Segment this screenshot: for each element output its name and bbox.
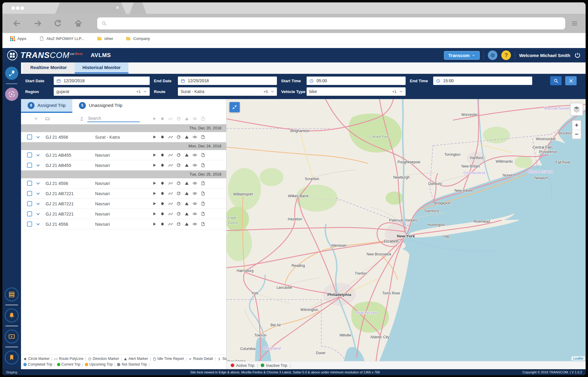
bookmark-item[interactable]: other xyxy=(97,36,113,41)
polyline-icon[interactable] xyxy=(168,135,173,139)
polyline-icon[interactable] xyxy=(168,153,173,157)
polyline-icon[interactable] xyxy=(168,163,173,167)
circle-icon[interactable] xyxy=(160,135,165,139)
sidebar-item-reports[interactable] xyxy=(5,288,19,301)
eye-icon[interactable] xyxy=(193,222,197,226)
alert-icon[interactable] xyxy=(184,201,189,206)
play-icon[interactable] xyxy=(152,201,157,206)
trip-checkbox[interactable] xyxy=(27,163,32,168)
chevron-icon[interactable] xyxy=(36,222,40,227)
start-time-field[interactable]: 05:00 xyxy=(307,77,406,85)
alert-icon[interactable] xyxy=(184,181,189,185)
browser-menu-icon[interactable] xyxy=(571,20,578,27)
new-tab-button[interactable] xyxy=(130,2,146,14)
eye-icon[interactable] xyxy=(193,181,197,185)
trip-row[interactable]: GJ 21 4556Navsari xyxy=(21,178,226,188)
browser-tab[interactable]: × xyxy=(55,2,126,14)
trip-row[interactable]: GJ 21 4556Surat - Katra xyxy=(21,132,226,142)
circle-icon[interactable] xyxy=(160,191,165,196)
alert-icon[interactable] xyxy=(184,163,189,167)
doc-icon[interactable] xyxy=(201,135,205,139)
end-date-field[interactable]: 12/25/2018 xyxy=(178,77,277,85)
window-close-dot[interactable] xyxy=(11,6,15,10)
trip-checkbox[interactable] xyxy=(27,181,32,186)
tab-close-icon[interactable]: × xyxy=(116,5,119,11)
sidebar-item-alerts[interactable] xyxy=(5,309,19,322)
chevron-icon[interactable] xyxy=(36,153,40,158)
bookmark-item[interactable]: Company xyxy=(126,36,150,41)
forward-icon[interactable] xyxy=(33,19,42,28)
trip-search-field[interactable] xyxy=(87,115,140,122)
sidebar-item-bookmarks[interactable] xyxy=(5,351,19,364)
polyline-icon[interactable] xyxy=(168,116,173,121)
doc-icon[interactable] xyxy=(201,191,205,196)
trip-row[interactable]: GJ 21 AB455Navsari xyxy=(21,160,226,170)
trip-checkbox[interactable] xyxy=(27,201,32,206)
eye-icon[interactable] xyxy=(193,153,197,157)
play-icon[interactable] xyxy=(152,191,157,196)
tab-historical-monitor[interactable]: Historical Monitor xyxy=(75,62,129,74)
trip-row[interactable]: GJ 21 AB455Navsari xyxy=(21,150,226,160)
polyline-icon[interactable] xyxy=(168,181,173,185)
trip-checkbox[interactable] xyxy=(27,222,32,227)
direction-icon[interactable] xyxy=(176,135,181,139)
trip-checkbox[interactable] xyxy=(27,152,32,158)
circle-icon[interactable] xyxy=(160,163,165,167)
chevron-icon[interactable] xyxy=(36,181,40,186)
filter-close-button[interactable] xyxy=(565,76,577,85)
vehicle-icon[interactable] xyxy=(44,116,50,122)
alert-icon[interactable] xyxy=(184,135,189,139)
eye-icon[interactable] xyxy=(193,135,197,139)
polyline-icon[interactable] xyxy=(168,222,173,226)
polyline-icon[interactable] xyxy=(168,212,173,216)
chevron-icon[interactable] xyxy=(36,135,40,140)
trip-search-input[interactable] xyxy=(87,115,140,122)
trip-row[interactable]: GJ 21 4556Navsari xyxy=(21,219,226,229)
direction-icon[interactable] xyxy=(176,163,181,167)
circle-icon[interactable] xyxy=(160,222,165,226)
window-controls[interactable] xyxy=(11,6,24,10)
tab-assigned-trip[interactable]: 8 Assigned Trip xyxy=(21,99,72,113)
back-icon[interactable] xyxy=(13,19,22,28)
eye-icon[interactable] xyxy=(193,163,197,167)
address-bar[interactable] xyxy=(97,17,565,29)
circle-icon[interactable] xyxy=(160,116,165,121)
region-select[interactable]: gujarat +1 xyxy=(54,87,150,96)
direction-icon[interactable] xyxy=(176,191,181,196)
circle-icon[interactable] xyxy=(160,181,165,185)
chevron-icon[interactable] xyxy=(36,163,40,168)
doc-icon[interactable] xyxy=(201,181,205,185)
play-icon[interactable] xyxy=(152,212,157,216)
org-dropdown-button[interactable]: Transcom xyxy=(444,51,480,60)
play-icon[interactable] xyxy=(152,163,157,167)
bookmark-item[interactable]: Apps xyxy=(10,36,26,41)
route-select[interactable]: Surat - Katra +5 xyxy=(178,87,277,96)
circle-icon[interactable] xyxy=(160,153,165,157)
doc-icon[interactable] xyxy=(201,116,205,121)
chevron-icon[interactable] xyxy=(36,201,40,206)
doc-icon[interactable] xyxy=(201,201,205,206)
trip-row[interactable]: GJ 21 AB7221Navsari xyxy=(21,209,226,219)
trip-checkbox[interactable] xyxy=(27,134,32,140)
window-maximize-dot[interactable] xyxy=(20,6,24,10)
tab-realtime-monitor[interactable]: Realtime Monitor xyxy=(22,62,75,74)
doc-icon[interactable] xyxy=(201,163,205,167)
chevron-icon[interactable] xyxy=(36,191,40,196)
play-icon[interactable] xyxy=(152,222,157,226)
sidebar-item-monitor[interactable] xyxy=(5,67,18,80)
start-date-field[interactable]: 12/20/2018 xyxy=(54,77,150,85)
tab-unassigned-trip[interactable]: 5 Unassigned Trip xyxy=(72,99,129,113)
map-expand-button[interactable] xyxy=(230,102,240,112)
trip-row[interactable]: GJ 21 AB7221Navsari xyxy=(21,188,226,199)
trip-checkbox[interactable] xyxy=(27,191,32,196)
map-layers-button[interactable] xyxy=(570,103,583,116)
logout-power-icon[interactable] xyxy=(574,52,581,59)
direction-icon[interactable] xyxy=(176,212,181,216)
map-canvas[interactable] xyxy=(226,99,586,361)
eye-icon[interactable] xyxy=(193,212,197,216)
direction-icon[interactable] xyxy=(176,153,181,157)
reload-icon[interactable] xyxy=(53,19,62,28)
vehicle-type-select[interactable]: bike +1 xyxy=(307,87,406,96)
filter-search-button[interactable] xyxy=(550,76,562,85)
settings-button[interactable] xyxy=(488,50,497,60)
